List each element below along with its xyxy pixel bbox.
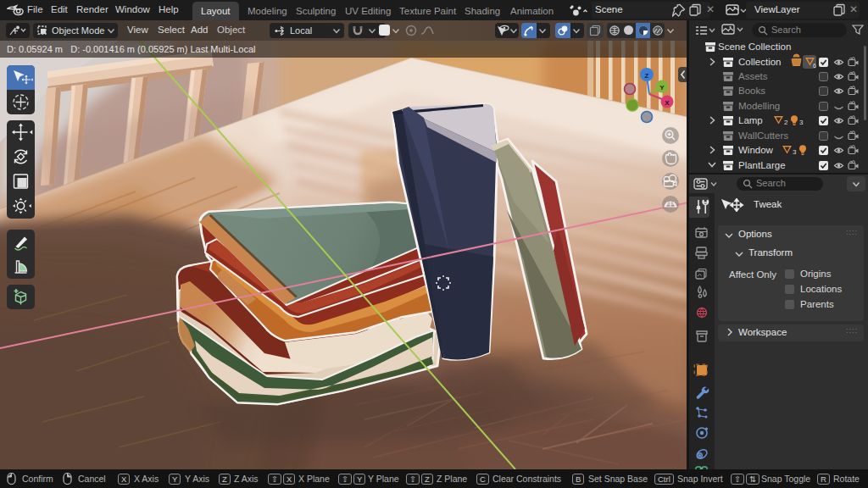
svg-text:3: 3 xyxy=(793,148,797,156)
svg-text:3: 3 xyxy=(799,119,804,126)
svg-text:Z: Z xyxy=(645,72,649,80)
svg-text:2: 2 xyxy=(784,119,788,126)
svg-text:Y: Y xyxy=(659,84,665,92)
svg-text:D: 0.05924 m D: -0.001416 m: D: 0.05924 m D: -0.001416 m (0.05925 m) … xyxy=(7,44,255,54)
svg-text:X: X xyxy=(665,99,670,107)
svg-text:6: 6 xyxy=(813,63,816,69)
